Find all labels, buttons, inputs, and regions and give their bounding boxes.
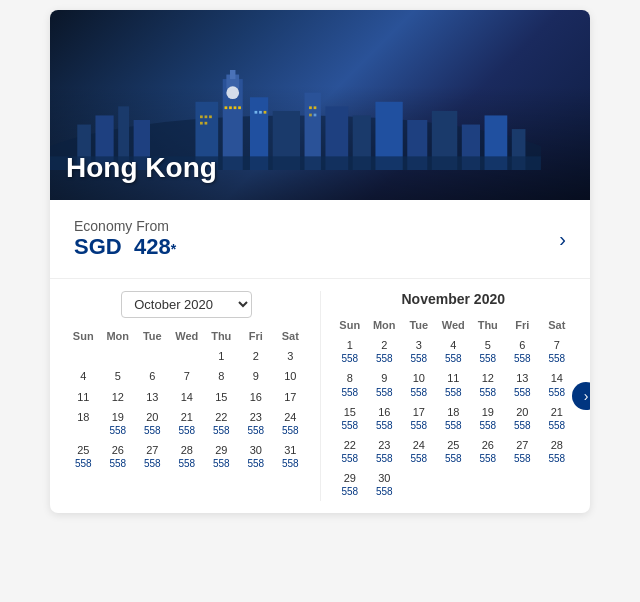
- month-selector[interactable]: October 2020 November 2020: [121, 291, 252, 318]
- day-header-sat: Sat: [273, 326, 308, 346]
- right-cal-day[interactable]: 16558: [367, 402, 402, 435]
- left-cal-day[interactable]: 20558: [135, 407, 170, 440]
- left-cal-day[interactable]: 23558: [239, 407, 274, 440]
- right-cal-day: [471, 468, 506, 501]
- svg-rect-34: [314, 106, 317, 109]
- flight-card: Hong Kong Economy From SGD 428* › Octobe…: [50, 10, 590, 513]
- left-cal-day[interactable]: 17: [273, 387, 308, 407]
- right-cal-day[interactable]: 19558: [471, 402, 506, 435]
- right-cal-day[interactable]: 3558: [402, 335, 437, 368]
- left-cal-day[interactable]: 6: [135, 366, 170, 386]
- left-cal-day[interactable]: 24558: [273, 407, 308, 440]
- right-cal-day[interactable]: 25558: [436, 435, 471, 468]
- left-cal-day[interactable]: 22558: [204, 407, 239, 440]
- svg-rect-32: [264, 111, 267, 114]
- left-cal-day[interactable]: 15: [204, 387, 239, 407]
- right-cal-day[interactable]: 23558: [367, 435, 402, 468]
- left-cal-day[interactable]: 25558: [66, 440, 101, 473]
- right-cal-day[interactable]: 17558: [402, 402, 437, 435]
- price-label: Economy From: [74, 218, 176, 234]
- right-calendar: November 2020 SunMonTueWedThuFriSat 1558…: [325, 291, 583, 501]
- right-cal-day[interactable]: 2558: [367, 335, 402, 368]
- right-cal-day[interactable]: 10558: [402, 368, 437, 401]
- left-cal-day[interactable]: 29558: [204, 440, 239, 473]
- right-cal-day[interactable]: 22558: [333, 435, 368, 468]
- day-header-mon: Mon: [101, 326, 136, 346]
- day-header-fri: Fri: [505, 315, 540, 335]
- right-cal-day[interactable]: 18558: [436, 402, 471, 435]
- left-cal-day[interactable]: 2: [239, 346, 274, 366]
- svg-rect-35: [309, 114, 312, 117]
- left-cal-days: 1234567891011121314151617181955820558215…: [66, 346, 308, 473]
- right-cal-day[interactable]: 20558: [505, 402, 540, 435]
- left-cal-day: [101, 346, 136, 366]
- right-cal-day[interactable]: 5558: [471, 335, 506, 368]
- left-cal-day[interactable]: 10: [273, 366, 308, 386]
- right-cal-day[interactable]: 15558: [333, 402, 368, 435]
- left-cal-day[interactable]: 30558: [239, 440, 274, 473]
- day-header-wed: Wed: [436, 315, 471, 335]
- right-cal-day[interactable]: 12558: [471, 368, 506, 401]
- svg-rect-24: [238, 106, 241, 109]
- left-cal-day[interactable]: 8: [204, 366, 239, 386]
- svg-rect-21: [225, 106, 228, 109]
- svg-rect-31: [259, 111, 262, 114]
- right-cal-days-header: SunMonTueWedThuFriSat: [333, 315, 575, 335]
- price-display: SGD 428*: [74, 234, 176, 260]
- right-cal-day[interactable]: 28558: [540, 435, 575, 468]
- right-cal-days: 1558255835584558555865587558855895581055…: [333, 335, 575, 501]
- left-cal-day[interactable]: 13: [135, 387, 170, 407]
- left-cal-day[interactable]: 27558: [135, 440, 170, 473]
- left-cal-day[interactable]: 7: [170, 366, 205, 386]
- day-header-mon: Mon: [367, 315, 402, 335]
- left-cal-day[interactable]: 4: [66, 366, 101, 386]
- right-cal-day[interactable]: 4558: [436, 335, 471, 368]
- right-cal-day[interactable]: 1558: [333, 335, 368, 368]
- right-cal-day[interactable]: 7558: [540, 335, 575, 368]
- right-cal-day[interactable]: 13558: [505, 368, 540, 401]
- left-cal-day[interactable]: 21558: [170, 407, 205, 440]
- svg-rect-22: [229, 106, 232, 109]
- left-cal-day[interactable]: 16: [239, 387, 274, 407]
- right-cal-day[interactable]: 14558: [540, 368, 575, 401]
- right-cal-day[interactable]: 9558: [367, 368, 402, 401]
- left-cal-day[interactable]: 12: [101, 387, 136, 407]
- right-cal-day[interactable]: 21558: [540, 402, 575, 435]
- left-cal-day[interactable]: 28558: [170, 440, 205, 473]
- day-header-fri: Fri: [239, 326, 274, 346]
- svg-rect-7: [230, 70, 235, 79]
- left-cal-day[interactable]: 14: [170, 387, 205, 407]
- left-cal-day[interactable]: 3: [273, 346, 308, 366]
- svg-rect-33: [309, 106, 312, 109]
- right-cal-day[interactable]: 6558: [505, 335, 540, 368]
- left-cal-day[interactable]: 9: [239, 366, 274, 386]
- price-section: Economy From SGD 428* ›: [50, 200, 590, 279]
- right-cal-day[interactable]: 8558: [333, 368, 368, 401]
- left-cal-day[interactable]: 26558: [101, 440, 136, 473]
- right-cal-day[interactable]: 24558: [402, 435, 437, 468]
- left-cal-day[interactable]: 5: [101, 366, 136, 386]
- calendar-divider: [320, 291, 321, 501]
- left-cal-day[interactable]: 31558: [273, 440, 308, 473]
- right-cal-day: [505, 468, 540, 501]
- svg-rect-36: [314, 114, 317, 117]
- svg-rect-26: [205, 115, 208, 118]
- right-cal-day: [402, 468, 437, 501]
- price-currency-amount: SGD 428*: [74, 234, 176, 259]
- left-cal-day[interactable]: 18: [66, 407, 101, 440]
- view-more-chevron[interactable]: ›: [559, 228, 566, 251]
- right-cal-day[interactable]: 29558: [333, 468, 368, 501]
- right-cal-day: [540, 468, 575, 501]
- day-header-thu: Thu: [204, 326, 239, 346]
- right-calendar-title: November 2020: [333, 291, 575, 307]
- left-cal-days-header: SunMonTueWedThuFriSat: [66, 326, 308, 346]
- right-cal-day[interactable]: 27558: [505, 435, 540, 468]
- right-cal-day[interactable]: 30558: [367, 468, 402, 501]
- left-cal-day[interactable]: 19558: [101, 407, 136, 440]
- right-cal-day[interactable]: 11558: [436, 368, 471, 401]
- svg-rect-23: [234, 106, 237, 109]
- right-cal-day[interactable]: 26558: [471, 435, 506, 468]
- left-cal-day[interactable]: 11: [66, 387, 101, 407]
- left-cal-day[interactable]: 1: [204, 346, 239, 366]
- day-header-sat: Sat: [540, 315, 575, 335]
